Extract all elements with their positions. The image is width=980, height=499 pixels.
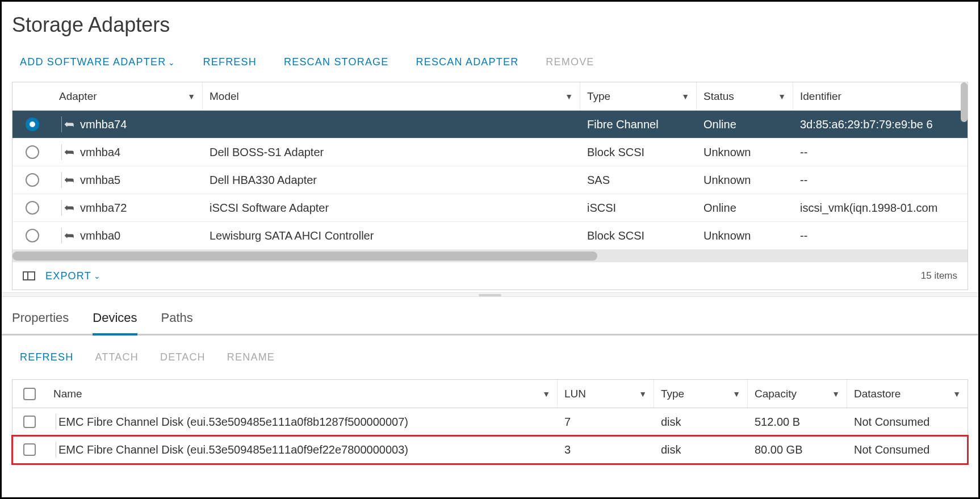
adapter-row[interactable]: ➦vmhba74Fibre ChannelOnline3d:85:a6:29:b… (12, 111, 968, 139)
model-cell: Dell HBA330 Adapter (203, 166, 580, 194)
items-count: 15 items (921, 270, 957, 282)
adapter-row[interactable]: ➦vmhba4Dell BOSS-S1 AdapterBlock SCSIUnk… (12, 139, 968, 166)
filter-icon[interactable]: ▼ (565, 92, 573, 101)
adapters-table-header: Adapter ▼ Model ▼ Type ▼ Status ▼ Identi… (12, 82, 968, 111)
identifier-cell: -- (793, 139, 968, 166)
device-name-cell: EMC Fibre Channel Disk (eui.53e509485e11… (47, 408, 558, 435)
adapter-row[interactable]: ➦vmhba72iSCSI Software AdapteriSCSIOnlin… (12, 194, 968, 222)
checkbox[interactable] (23, 416, 36, 428)
capacity-cell: 512.00 B (748, 408, 847, 435)
header-checkbox[interactable] (12, 380, 47, 408)
header-capacity[interactable]: Capacity ▼ (748, 380, 847, 408)
cell-divider (61, 200, 62, 216)
vertical-scrollbar[interactable] (961, 82, 968, 122)
adapter-icon: ➦ (64, 228, 74, 243)
filter-icon[interactable]: ▼ (832, 389, 840, 399)
header-status[interactable]: Status ▼ (697, 82, 793, 110)
filter-icon[interactable]: ▼ (778, 92, 786, 101)
rescan-storage-button[interactable]: RESCAN STORAGE (284, 56, 389, 68)
adapter-name: vmhba4 (80, 146, 120, 159)
type-cell: SAS (580, 166, 697, 194)
devices-refresh-button[interactable]: REFRESH (20, 351, 73, 363)
row-radio-cell[interactable] (12, 166, 52, 194)
header-identifier-label: Identifier (800, 90, 841, 103)
checkbox[interactable] (23, 443, 36, 456)
status-cell: Unknown (697, 166, 793, 194)
device-type-cell: disk (654, 408, 748, 435)
filter-icon[interactable]: ▼ (681, 92, 689, 101)
detach-button: DETACH (160, 351, 206, 363)
status-cell: Online (697, 111, 793, 138)
tab-properties[interactable]: Properties (12, 311, 69, 336)
cell-divider (61, 172, 62, 188)
rescan-adapter-button[interactable]: RESCAN ADAPTER (416, 56, 519, 68)
row-checkbox-cell[interactable] (12, 408, 47, 435)
model-cell: iSCSI Software Adapter (203, 194, 580, 221)
header-device-type[interactable]: Type ▼ (654, 380, 748, 408)
radio-button[interactable] (26, 118, 39, 131)
header-model-label: Model (210, 90, 239, 103)
header-datastore[interactable]: Datastore ▼ (847, 380, 968, 408)
header-status-label: Status (703, 90, 734, 103)
splitter[interactable] (2, 292, 978, 297)
device-type-cell: disk (654, 436, 748, 463)
horizontal-scrollbar-thumb[interactable] (12, 251, 597, 261)
tab-devices[interactable]: Devices (93, 311, 137, 336)
adapter-name: vmhba72 (80, 202, 127, 215)
adapter-cell: ➦vmhba4 (52, 139, 203, 166)
refresh-button[interactable]: REFRESH (203, 56, 257, 68)
attach-button: ATTACH (95, 351, 139, 363)
row-radio-cell[interactable] (12, 194, 52, 221)
filter-icon[interactable]: ▼ (639, 389, 647, 399)
header-name[interactable]: Name ▼ (47, 380, 558, 408)
status-cell: Online (697, 194, 793, 221)
header-type[interactable]: Type ▼ (580, 82, 697, 110)
header-adapter[interactable]: Adapter ▼ (52, 82, 203, 110)
columns-icon[interactable] (23, 271, 35, 280)
rename-button: RENAME (227, 351, 275, 363)
identifier-cell: -- (793, 166, 968, 194)
horizontal-scrollbar[interactable] (12, 250, 968, 262)
devices-table-body: EMC Fibre Channel Disk (eui.53e509485e11… (12, 408, 968, 464)
adapter-name: vmhba5 (80, 174, 120, 187)
radio-button[interactable] (26, 173, 39, 187)
adapter-row[interactable]: ➦vmhba0Lewisburg SATA AHCI ControllerBlo… (12, 222, 968, 250)
radio-button[interactable] (26, 145, 39, 159)
model-cell: Lewisburg SATA AHCI Controller (203, 222, 580, 249)
lun-cell: 7 (558, 408, 654, 435)
device-row[interactable]: EMC Fibre Channel Disk (eui.53e509485e11… (12, 436, 968, 464)
adapter-row[interactable]: ➦vmhba5Dell HBA330 AdapterSASUnknown-- (12, 166, 968, 194)
cell-divider (61, 144, 62, 160)
tab-paths[interactable]: Paths (161, 311, 193, 336)
radio-button[interactable] (26, 201, 39, 215)
capacity-cell: 80.00 GB (748, 436, 847, 463)
devices-toolbar: REFRESH ATTACH DETACH RENAME (2, 336, 978, 379)
checkbox-all[interactable] (23, 388, 36, 400)
header-identifier[interactable]: Identifier (793, 82, 968, 110)
type-cell: Fibre Channel (580, 111, 697, 138)
row-radio-cell[interactable] (12, 111, 52, 138)
row-checkbox-cell[interactable] (12, 436, 47, 463)
row-radio-cell[interactable] (12, 222, 52, 249)
filter-icon[interactable]: ▼ (187, 92, 195, 101)
filter-icon[interactable]: ▼ (953, 389, 961, 399)
export-label: EXPORT (45, 270, 91, 282)
filter-icon[interactable]: ▼ (732, 389, 740, 399)
export-button[interactable]: EXPORT ⌄ (45, 270, 101, 282)
add-software-adapter-button[interactable]: ADD SOFTWARE ADAPTER ⌄ (20, 56, 176, 68)
device-row[interactable]: EMC Fibre Channel Disk (eui.53e509485e11… (12, 408, 968, 436)
filter-icon[interactable]: ▼ (542, 389, 550, 399)
adapters-table-body: ➦vmhba74Fibre ChannelOnline3d:85:a6:29:b… (12, 111, 968, 250)
adapters-table-footer: EXPORT ⌄ 15 items (12, 262, 968, 290)
remove-button: REMOVE (546, 56, 594, 68)
header-lun[interactable]: LUN ▼ (558, 380, 654, 408)
header-type-label: Type (587, 90, 610, 103)
row-radio-cell[interactable] (12, 139, 52, 166)
radio-button[interactable] (26, 229, 39, 242)
identifier-cell: -- (793, 222, 968, 249)
adapters-table: Adapter ▼ Model ▼ Type ▼ Status ▼ Identi… (12, 82, 968, 290)
header-capacity-label: Capacity (755, 388, 797, 400)
model-cell (203, 111, 580, 138)
header-model[interactable]: Model ▼ (203, 82, 580, 110)
adapter-cell: ➦vmhba5 (52, 166, 203, 194)
